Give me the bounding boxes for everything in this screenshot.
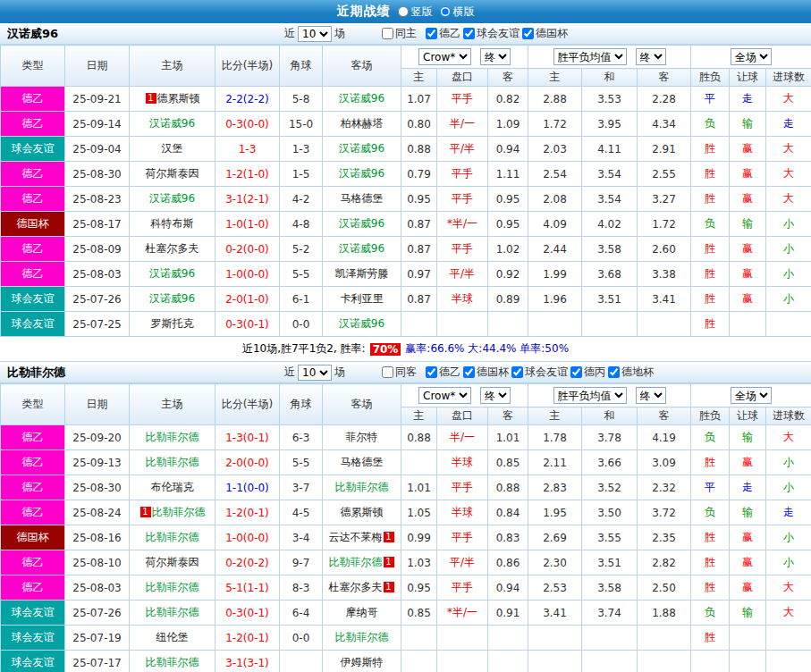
result-goals: 大 [766,601,811,626]
team-name-link[interactable]: 菲尔特 [346,431,378,443]
team-name-link[interactable]: 比勒菲尔德 [335,631,389,643]
league-filter[interactable]: 德国杯 [521,26,568,41]
bookmaker-select[interactable]: Crow* [418,48,471,65]
euro-average-select[interactable]: 胜平负均值 [553,48,627,65]
team-name-link[interactable]: 罗斯托克 [151,317,194,330]
team-name-link[interactable]: 伊姆斯特 [341,656,384,668]
away-team-cell: 汉诺威96 [323,162,401,187]
league-filter[interactable]: 球会友谊 [462,26,520,41]
team-name-link[interactable]: 荷尔斯泰因 [146,556,199,568]
team-name-link[interactable]: 比勒菲尔德 [146,581,199,593]
same-venue-filter[interactable]: 同客 [381,365,417,380]
match-count-select[interactable]: 10 [298,26,332,42]
euro-draw-odds: 3.51 [582,550,638,575]
league-filter-label: 德国杯 [477,365,509,380]
team-name-link[interactable]: 纽伦堡 [156,631,189,643]
team-name-link[interactable]: 柏林赫塔 [341,117,384,130]
league-filter[interactable]: 德乙 [425,365,460,380]
league-filter[interactable]: 德乙 [425,26,460,41]
team-name-link[interactable]: 比勒菲尔德 [146,456,199,468]
home-team-cell: 荷尔斯泰因 [130,162,215,187]
same-venue-checkbox[interactable] [382,366,393,378]
fulltime-select[interactable]: 全场 [731,387,772,404]
team-name-link[interactable]: 卡利亚里 [341,292,384,305]
bookmaker-select[interactable]: Crow* [418,387,471,404]
team-name-link[interactable]: 比勒菲尔德 [335,481,389,493]
team-name-link[interactable]: 比勒菲尔德 [146,606,199,618]
match-count-select[interactable]: 10 [298,365,332,381]
team-name-link[interactable]: 马格德堡 [341,456,384,468]
euro-time-select[interactable]: 终 [636,48,666,65]
euro-average-select[interactable]: 胜平负均值 [553,387,627,404]
team-name-link[interactable]: 马格德堡 [341,192,384,205]
result-handicap: 赢 [730,187,766,212]
team-name-link[interactable]: 比勒菲尔德 [146,656,199,668]
euro-away-odds [638,651,691,672]
league-filter-checkbox[interactable] [463,28,475,39]
team-name-link[interactable]: 凯泽斯劳滕 [335,267,389,280]
league-filter[interactable]: 德地杯 [607,365,654,380]
league-filter-checkbox[interactable] [426,28,437,39]
layout-vertical-option[interactable]: 竖版 [398,4,433,20]
team-name-link[interactable]: 汉诺威96 [339,142,384,155]
match-date: 25-07-26 [65,601,130,626]
result-wdl: 胜 [691,626,730,651]
team-name-link[interactable]: 比勒菲尔德 [146,531,199,543]
league-filter[interactable]: 球会友谊 [511,365,568,380]
team-name-link[interactable]: 汉诺威96 [339,242,384,255]
team-name-link[interactable]: 科特布斯 [151,217,194,230]
team-name-link[interactable]: 汉诺威96 [149,292,195,305]
fulltime-select[interactable]: 全场 [731,48,772,65]
team-name-link[interactable]: 汉诺威96 [339,317,384,330]
match-date: 25-09-20 [65,425,130,450]
team-name-link[interactable]: 布伦瑞克 [151,481,194,493]
euro-time-select[interactable]: 终 [636,387,666,404]
asian-handicap: 平手 [437,237,488,262]
team-name-link[interactable]: 杜塞尔多夫 [146,242,199,255]
asian-time-select[interactable]: 终 [480,387,511,404]
league-filter-checkbox[interactable] [570,366,582,378]
team-name-link[interactable]: 汉诺威96 [149,267,195,280]
subcol-asian-home: 主 [401,69,437,87]
team-name-link[interactable]: 德累斯顿 [157,92,200,105]
asian-time-select[interactable]: 终 [480,48,511,65]
corner-score: 5-5 [280,450,323,475]
team-name-link[interactable]: 德累斯顿 [341,506,384,518]
layout-horizontal-option[interactable]: 横版 [440,4,475,20]
team-name-link[interactable]: 摩纳哥 [346,606,378,618]
team-name-link[interactable]: 汉诺威96 [339,92,384,105]
team-name-link[interactable]: 比勒菲尔德 [146,431,199,443]
league-filter-checkbox[interactable] [608,366,620,378]
team-name-link[interactable]: 杜塞尔多夫 [329,581,383,593]
euro-draw-odds: 3.66 [582,450,638,475]
horizontal-radio[interactable] [440,6,451,17]
league-filter-checkbox[interactable] [511,366,523,378]
league-filter[interactable]: 德丙 [570,365,605,380]
team-name-link[interactable]: 汉诺威96 [149,192,195,205]
match-score: 1-2(0-1) [215,626,280,651]
asian-handicap: 半/一 [437,112,488,137]
match-row: 球会友谊25-09-04汉堡1-31-3汉诺威960.88平/半0.942.03… [1,137,811,162]
match-score: 1-2(0-1) [215,500,280,525]
team-name-link[interactable]: 云达不莱梅 [329,531,383,543]
team-name-link[interactable]: 比勒菲尔德 [329,556,383,568]
team-name-link[interactable]: 汉诺威96 [339,217,384,230]
league-filter[interactable]: 德国杯 [462,365,509,380]
team-name-link[interactable]: 汉诺威96 [149,117,195,130]
league-filter-checkbox[interactable] [522,28,534,39]
asian-away-odds: 1.11 [488,162,528,187]
euro-away-odds: 2.32 [638,475,691,500]
euro-away-odds: 2.82 [638,550,691,575]
vertical-radio[interactable] [398,6,409,17]
league-filter-checkbox[interactable] [463,366,475,378]
match-row: 德乙25-08-23汉诺威963-1(2-1)4-2马格德堡0.95平手0.95… [1,187,811,212]
team-name-link[interactable]: 比勒菲尔德 [152,506,206,518]
league-filter-checkbox[interactable] [426,366,437,378]
team-name-link[interactable]: 荷尔斯泰因 [146,167,199,180]
team-name-link[interactable]: 汉堡 [162,142,183,155]
same-venue-checkbox[interactable] [382,28,393,39]
away-team-cell: 汉诺威96 [323,87,401,112]
team-name-link[interactable]: 汉诺威96 [339,167,384,180]
vertical-label: 竖版 [411,4,433,20]
same-venue-filter[interactable]: 同主 [381,26,417,41]
